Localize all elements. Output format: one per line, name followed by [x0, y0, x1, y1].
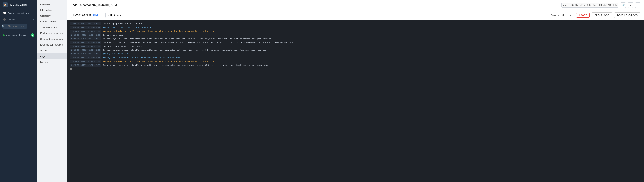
nav-item-information[interactable]: Information [37, 7, 67, 13]
nav-item-service-dependencies[interactable]: Service dependencies [37, 36, 67, 42]
home-icon: 🏠 [3, 2, 8, 7]
log-line: 2023-09-05T21:02:27+02:00WARNING: Nokogi… [68, 30, 644, 33]
log-cursor [68, 67, 644, 71]
log-line: 2023-09-05T21:02:27+02:00(CRON) INFO (ru… [68, 26, 644, 30]
date-select[interactable]: 2023-09-05 21:02 WIP ▼ [71, 12, 103, 18]
app-id-text: app_f17b38fd-b01a-4509-9bc4-138e3b021641 [563, 4, 614, 6]
log-message: Created symlink /etc/systemd/system/mult… [103, 48, 268, 52]
nav-item-scalability[interactable]: Scalability [37, 13, 67, 19]
log-line: 2023-09-05T21:02:27+02:00Preparing appli… [68, 22, 644, 26]
log-timestamp: 2023-09-05T21:02:27+02:00 [70, 45, 101, 48]
sidebar-item-app[interactable]: automacorp_devmind_... ▶ [0, 32, 37, 39]
log-line: 2023-09-05T21:02:27+02:00Created symlink… [68, 37, 644, 41]
log-message: Configure and enable vector.service [103, 45, 145, 48]
deployment-status: Deployment in progress ABORT [550, 13, 589, 18]
create-submenu-icon: ▶ [32, 18, 34, 20]
log-message: Preparing application environment... [103, 22, 146, 25]
log-message: WARNING: Nokogiri was built against libx… [103, 30, 214, 33]
deployment-status-text: Deployment in progress [550, 14, 574, 16]
app-run-icon[interactable]: ▶ [31, 33, 34, 37]
play-button[interactable]: ▶ [628, 2, 633, 8]
log-timestamp: 2023-09-05T21:02:27+02:00 [70, 37, 101, 41]
nav-item-environment-variables[interactable]: Environment variables [37, 30, 67, 36]
app-status-badge [3, 34, 4, 36]
log-line: 2023-09-05T21:02:27+02:00(CRON) INFO (RA… [68, 56, 644, 60]
log-message: (CRON) INFO (RANDOM_DELAY will be scaled… [103, 56, 183, 59]
nav-item-metrics[interactable]: Metrics [37, 59, 67, 65]
log-timestamp: 2023-09-05T21:02:27+02:00 [70, 22, 101, 26]
log-timestamp: 2023-09-05T21:02:27+02:00 [70, 52, 101, 56]
log-timestamp: 2023-09-05T21:02:27+02:00 [70, 64, 101, 67]
abort-button[interactable]: ABORT [576, 13, 589, 18]
sidebar-item-create[interactable]: ➕ Create... ▶ [0, 16, 37, 22]
log-message: Created symlink /etc/systemd/system/mult… [103, 64, 270, 66]
page-title: Logs - automacorp_devmind_2023 [71, 3, 559, 7]
logs-area[interactable]: 2023-09-05T21:02:27+02:00Preparing appli… [68, 20, 644, 182]
sidebar-header: 🏠 CoursEmse2023 [0, 0, 37, 10]
instance-chevron-icon: ▼ [122, 14, 124, 16]
log-message: Created symlink /etc/systemd/system/mult… [103, 41, 294, 44]
log-line: 2023-09-05T21:02:27+02:00Setting up syst… [68, 33, 644, 37]
log-timestamp: 2023-09-05T21:02:27+02:00 [70, 48, 101, 52]
sidebar-item-create-label: Create... [8, 18, 16, 21]
app-id-box: app_f17b38fd-b01a-4509-9bc4-138e3b021641… [561, 3, 618, 8]
wip-badge: WIP [93, 14, 98, 16]
app-item-left: automacorp_devmind_... [3, 34, 30, 36]
log-timestamp: 2023-09-05T21:02:27+02:00 [70, 30, 101, 33]
search-icon: 🔍 [2, 25, 4, 28]
nav-item-activity[interactable]: Activity [37, 48, 67, 54]
sidebar-app-item-label: automacorp_devmind_... [6, 34, 30, 36]
instance-value: All instances [108, 14, 121, 16]
chat-icon: 💬 [3, 12, 6, 14]
log-line: 2023-09-05T21:02:27+02:00Created symlink… [68, 48, 644, 52]
log-line: 2023-09-05T21:02:27+02:00Configure and e… [68, 44, 644, 48]
log-message: WARNING: Nokogiri was built against libx… [103, 60, 214, 63]
instance-select[interactable]: All instances ▼ [106, 12, 128, 18]
plus-icon: ➕ [3, 18, 6, 21]
log-timestamp: 2023-09-05T21:02:27+02:00 [70, 34, 101, 37]
download-logs-button[interactable]: DOWNLOAD LOGS [614, 12, 640, 18]
log-timestamp: 2023-09-05T21:02:27+02:00 [70, 41, 101, 44]
nav-item-logs[interactable]: Logs [37, 54, 67, 59]
sidebar-item-contact-support[interactable]: 💬 Contact support team [0, 10, 37, 16]
sidebar-app-name: CoursEmse2023 [10, 4, 34, 6]
main-sidebar: 🏠 CoursEmse2023 💬 Contact support team ➕… [0, 0, 37, 182]
nav-item-overview[interactable]: Overview [37, 2, 67, 7]
log-message: (CRON) STARTUP (1.6.1) [103, 52, 130, 55]
log-message: Setting up system [103, 34, 124, 36]
log-timestamp: 2023-09-05T21:02:27+02:00 [70, 60, 101, 63]
log-timestamp: 2023-09-05T21:02:27+02:00 [70, 56, 101, 60]
nav-item-tcp-redirections[interactable]: TCP redirections [37, 24, 67, 30]
cursor-blink [70, 68, 72, 70]
log-timestamp: 2023-09-05T21:02:27+02:00 [70, 26, 101, 29]
sidebar-item-contact-label: Contact support team [8, 12, 30, 14]
filter-input[interactable] [2, 24, 27, 28]
log-line: 2023-09-05T21:02:27+02:00(CRON) STARTUP … [68, 52, 644, 56]
nav-sidebar: Overview Information Scalability Domain … [37, 0, 68, 182]
log-line: 2023-09-05T21:02:27+02:00Created symlink… [68, 64, 644, 67]
main-content: Logs - automacorp_devmind_2023 app_f17b3… [68, 0, 644, 182]
log-line: 2023-09-05T21:02:27+02:00Created symlink… [68, 41, 644, 45]
date-value: 2023-09-05 21:02 [73, 14, 91, 16]
clear-logs-button[interactable]: CLEAR LOGS [592, 12, 612, 18]
copy-icon[interactable]: ⧉ [615, 4, 616, 6]
nav-item-domain-names[interactable]: Domain names [37, 19, 67, 24]
sidebar-filter-wrap: 🔍 [0, 22, 37, 30]
log-message: Created symlink /etc/systemd/system/mult… [103, 37, 272, 40]
link-button[interactable]: 🔗 [620, 2, 626, 8]
topbar: Logs - automacorp_devmind_2023 app_f17b3… [68, 0, 644, 10]
date-chevron-icon: ▼ [99, 14, 101, 16]
more-button[interactable]: ⋮ [635, 2, 640, 8]
log-message: (CRON) INFO (running with inotify suppor… [103, 26, 154, 29]
nav-item-exposed-configuration[interactable]: Exposed configuration [37, 42, 67, 48]
log-line: 2023-09-05T21:02:27+02:00WARNING: Nokogi… [68, 60, 644, 64]
logs-toolbar: 2023-09-05 21:02 WIP ▼ All instances ▼ D… [68, 10, 644, 20]
